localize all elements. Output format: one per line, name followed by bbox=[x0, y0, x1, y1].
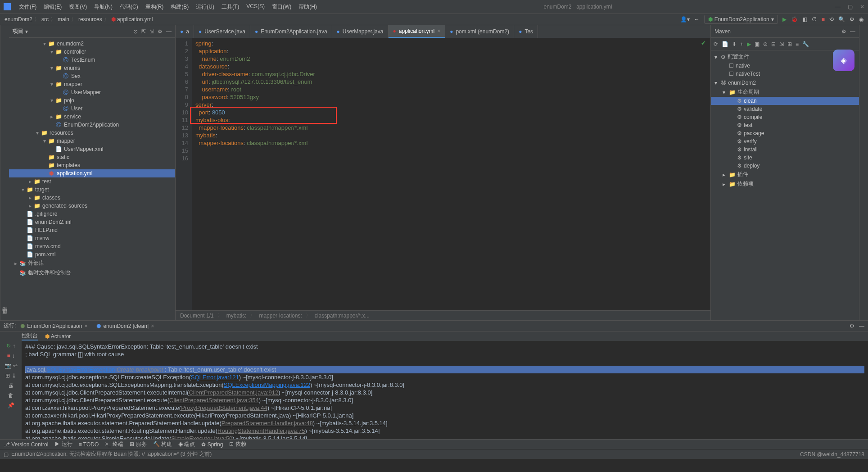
menu-item[interactable]: 窗口(W) bbox=[268, 3, 295, 11]
tree-item[interactable]: ▾📁enums bbox=[9, 64, 175, 72]
run-icon[interactable]: ▶ bbox=[747, 41, 751, 47]
menu-item[interactable]: 文件(F) bbox=[15, 3, 40, 11]
run-tab[interactable]: ⬢enumDom2 [clean]× bbox=[92, 322, 158, 331]
tree-item[interactable]: ▾📁target bbox=[9, 186, 175, 194]
debug-icon[interactable]: 🐞 bbox=[791, 16, 798, 23]
breadcrumb-item[interactable]: src bbox=[41, 16, 49, 23]
avatar-icon[interactable]: ◉ bbox=[859, 16, 863, 23]
menu-item[interactable]: 工具(T) bbox=[218, 3, 243, 11]
collapse-icon[interactable]: ⇲ bbox=[149, 28, 154, 35]
coverage-icon[interactable]: ◧ bbox=[802, 16, 807, 23]
editor-tab[interactable]: ●a bbox=[176, 25, 194, 38]
down-icon[interactable]: ↓ bbox=[12, 353, 15, 359]
run-subtab[interactable]: ⬢ Actuator bbox=[45, 333, 71, 340]
tree-item[interactable]: ▾📁mapper bbox=[9, 137, 175, 145]
maven-item[interactable]: ⚙clean bbox=[711, 97, 859, 105]
tree-item[interactable]: ⒸEnumDom2Application bbox=[9, 121, 175, 129]
camera-icon[interactable]: 📷 bbox=[5, 363, 11, 369]
menu-item[interactable]: 运行(U) bbox=[192, 3, 218, 11]
close-icon[interactable]: ✕ bbox=[860, 4, 864, 10]
maven-item[interactable]: ▾📁生命周期 bbox=[711, 87, 859, 97]
tree-item[interactable]: ⒸSex bbox=[9, 72, 175, 80]
minimize-icon[interactable]: — bbox=[835, 4, 841, 10]
generate-icon[interactable]: 📄 bbox=[722, 41, 728, 47]
editor-tab[interactable]: ●UserMapper.java bbox=[332, 25, 389, 38]
console-output[interactable]: ### Cause: java.sql.SQLSyntaxErrorExcept… bbox=[22, 341, 868, 439]
bottom-tool[interactable]: ⊡ 依赖 bbox=[229, 440, 246, 448]
editor-tab[interactable]: ●UserService.java bbox=[194, 25, 250, 38]
stop-icon[interactable]: ■ bbox=[822, 16, 825, 23]
reload-icon[interactable]: ⟳ bbox=[714, 41, 718, 47]
wrap-icon[interactable]: ↩ bbox=[13, 363, 18, 369]
menu-item[interactable]: 重构(R) bbox=[142, 3, 167, 11]
up-icon[interactable]: ↑ bbox=[13, 343, 15, 349]
bottom-tool[interactable]: >_ 终端 bbox=[105, 440, 123, 448]
tree-item[interactable]: ▸📚外部库 bbox=[9, 259, 175, 268]
editor-tabs[interactable]: ●a●UserService.java●EnumDom2Application.… bbox=[176, 25, 710, 38]
skip-tests-icon[interactable]: ⊟ bbox=[771, 41, 776, 47]
tree-item[interactable]: 📄enumDom2.iml bbox=[9, 218, 175, 226]
run-subtab[interactable]: 控制台 bbox=[22, 332, 38, 340]
run-config-dropdown[interactable]: ⬢ EnumDom2Application ▾ bbox=[704, 15, 778, 24]
locate-icon[interactable]: ⊙ bbox=[133, 28, 138, 35]
ai-assistant-badge[interactable]: ◈ bbox=[833, 50, 854, 71]
gear-icon[interactable]: ⚙ bbox=[850, 323, 854, 329]
maven-item[interactable]: ▸📁依赖项 bbox=[711, 179, 859, 189]
bottom-tool[interactable]: ≡ TODO bbox=[79, 441, 99, 448]
delete-icon[interactable]: 🗑 bbox=[8, 392, 14, 399]
inspection-ok-icon[interactable]: ✔ bbox=[701, 40, 706, 46]
scroll-icon[interactable]: ⤓ bbox=[12, 372, 16, 379]
bottom-tool[interactable]: ◉ 端点 bbox=[178, 440, 195, 448]
back-icon[interactable]: ← bbox=[694, 16, 700, 23]
maven-item[interactable]: ▾ⓂenumDom2 bbox=[711, 78, 859, 87]
editor-tab[interactable]: ●pom.xml (enumDom2) bbox=[445, 25, 514, 38]
tree-item[interactable]: ▸📁test bbox=[9, 177, 175, 186]
bottom-tool[interactable]: ⊞ 服务 bbox=[130, 440, 146, 448]
breadcrumb-item[interactable]: ⬢ application.yml bbox=[111, 16, 153, 23]
tree-item[interactable]: ▾📁pojo bbox=[9, 96, 175, 104]
analyze-icon[interactable]: ≡ bbox=[796, 41, 799, 47]
print-icon[interactable]: 🖨 bbox=[8, 382, 14, 389]
breadcrumb-item[interactable]: resources bbox=[78, 16, 102, 23]
bottom-tool[interactable]: ⎇ Version Control bbox=[4, 441, 48, 448]
download-icon[interactable]: ⬇ bbox=[732, 41, 737, 47]
gear-icon[interactable]: ⚙ bbox=[841, 28, 846, 35]
tree-item[interactable]: 📄mvnw bbox=[9, 234, 175, 242]
maven-item[interactable]: ⚙compile bbox=[711, 113, 859, 121]
tree-item[interactable]: ▾📁resources bbox=[9, 129, 175, 137]
rerun-icon[interactable]: ↻ bbox=[6, 343, 11, 349]
left-tool-gutter[interactable]: 项目 结构 bbox=[0, 25, 9, 320]
settings-icon[interactable]: ⚙ bbox=[850, 16, 854, 23]
maven-item[interactable]: ⚙site bbox=[711, 154, 859, 162]
profile-icon[interactable]: ⏱ bbox=[812, 16, 817, 23]
run-icon[interactable]: ▶ bbox=[782, 16, 787, 23]
layout-icon[interactable]: ⊞ bbox=[5, 372, 10, 379]
code-content[interactable]: spring: application: name: enumDom2 data… bbox=[192, 38, 710, 310]
tree-item[interactable]: ⒸTestEnum bbox=[9, 56, 175, 64]
tree-item[interactable]: 📁static bbox=[9, 153, 175, 161]
git-update-icon[interactable]: ⟲ bbox=[829, 16, 834, 23]
menu-item[interactable]: 编辑(E) bbox=[40, 3, 65, 11]
menu-item[interactable]: VCS(S) bbox=[243, 3, 268, 11]
tree-item[interactable]: ⒸUserMapper bbox=[9, 88, 175, 96]
bottom-tool[interactable]: 🔨 构建 bbox=[153, 440, 172, 448]
maximize-icon[interactable]: ▢ bbox=[848, 4, 853, 10]
user-icon[interactable]: 👤▾ bbox=[680, 16, 690, 23]
project-tree[interactable]: ▾📁enumdom2▾📁controllerⒸTestEnum▾📁enumsⒸS… bbox=[9, 38, 175, 320]
show-deps-icon[interactable]: ⊞ bbox=[787, 41, 792, 47]
tree-item[interactable]: 📄mvnw.cmd bbox=[9, 242, 175, 250]
bottom-tool[interactable]: ✿ Spring bbox=[201, 441, 223, 448]
breadcrumb-item[interactable]: enumDom2 bbox=[5, 16, 32, 23]
run-toolbar[interactable]: ↻↑ ■↓ 📷↩ ⊞⤓ 🖨 🗑 📌 bbox=[0, 341, 22, 439]
editor-tab[interactable]: ●EnumDom2Application.java bbox=[250, 25, 332, 38]
menu-item[interactable]: 帮助(H) bbox=[295, 3, 321, 11]
tree-item[interactable]: 📁templates bbox=[9, 161, 175, 169]
collapse-all-icon[interactable]: ⇲ bbox=[779, 41, 784, 47]
wrench-icon[interactable]: 🔧 bbox=[802, 41, 809, 47]
tree-item[interactable]: ▾📁controller bbox=[9, 48, 175, 56]
menu-item[interactable]: 构建(B) bbox=[167, 3, 192, 11]
bottom-tool[interactable]: ▶ 运行 bbox=[54, 440, 72, 448]
tree-item[interactable]: ▸📁service bbox=[9, 113, 175, 121]
tree-item[interactable]: ▾📁mapper bbox=[9, 80, 175, 88]
editor-body[interactable]: 12345678910111213141516 spring: applicat… bbox=[176, 38, 710, 310]
